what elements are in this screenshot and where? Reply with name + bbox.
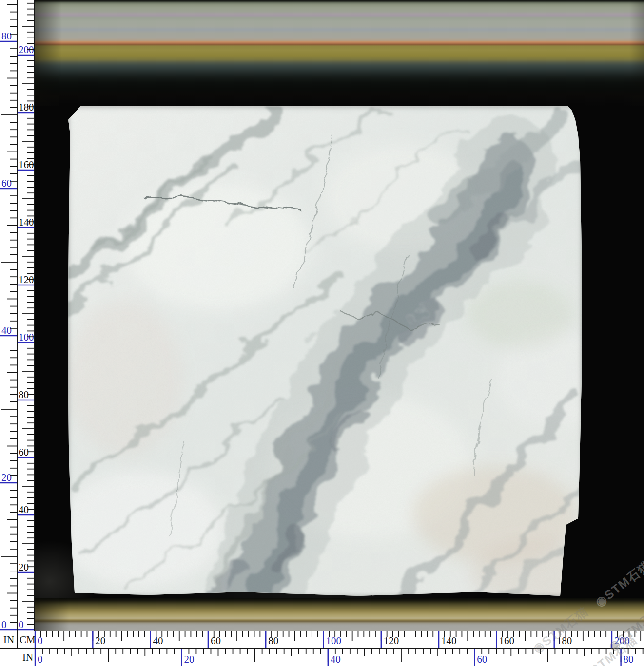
bottom-cm-ruler: 020406080100120140160180200 [34,631,644,648]
svg-text:0: 0 [38,653,43,665]
svg-text:0: 0 [38,635,43,647]
svg-text:200: 200 [614,635,630,647]
ruler-divider-line [34,0,35,631]
svg-text:20: 20 [184,653,194,665]
scan-image-area [35,0,644,631]
svg-text:120: 120 [384,635,399,647]
svg-text:0: 0 [1,619,7,630]
svg-text:100: 100 [326,635,342,647]
corner-unit-label-inch-bottom: IN [22,651,33,664]
svg-text:40: 40 [1,324,12,336]
svg-text:20: 20 [1,472,12,483]
svg-text:80: 80 [624,653,634,665]
bottom-inch-ruler: 020406080 [34,648,644,666]
corner-unit-label-cm: CM [20,634,36,646]
marble-slab [66,105,584,599]
left-cm-ruler: 020406080100120140160180200 [18,0,35,631]
svg-text:0: 0 [19,619,24,630]
ruler-divider-line [0,648,644,649]
svg-text:140: 140 [441,635,457,647]
slab-scanner-page: 020406080 020406080100120140160180200 02… [0,0,644,666]
svg-text:160: 160 [499,635,514,647]
scanner-bottom-band [35,598,644,631]
ruler-divider-line [17,0,18,648]
slab-edge-shading [66,105,584,599]
scanner-top-band [35,0,644,106]
svg-text:40: 40 [331,653,341,665]
corner-unit-label-inch: IN [3,634,14,646]
svg-text:180: 180 [557,635,572,647]
left-inch-ruler: 020406080 [0,0,18,631]
svg-text:60: 60 [1,177,12,189]
svg-text:80: 80 [1,30,12,42]
svg-text:60: 60 [477,653,487,665]
